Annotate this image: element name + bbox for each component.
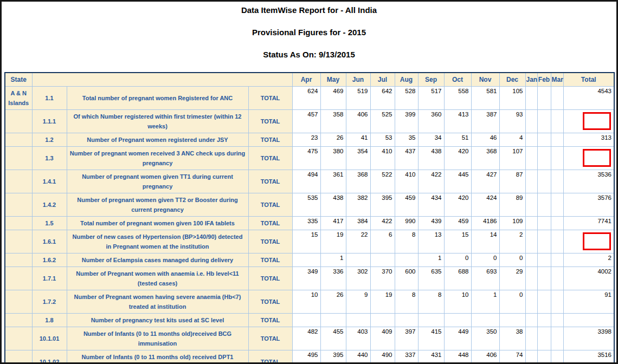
month-value-cell: 410: [395, 170, 418, 193]
month-value-cell: 693: [471, 267, 499, 290]
month-value-cell: 74: [499, 350, 525, 364]
month-value-cell: 10: [292, 290, 320, 314]
month-value-cell: 19: [370, 290, 395, 314]
month-value-cell: 525: [370, 110, 395, 133]
row-total-cell: 3398: [563, 327, 614, 350]
month-value-cell: 349: [292, 267, 320, 290]
month-value-cell: 361: [320, 170, 346, 193]
month-value-cell: 358: [320, 110, 346, 133]
indicator-description-cell: Number of Eclampsia cases managed during…: [67, 253, 248, 267]
month-value-cell: 459: [444, 217, 471, 230]
state-cell: [5, 230, 32, 253]
month-value-cell: [525, 193, 537, 217]
month-value-cell: [551, 217, 563, 230]
month-value-cell: 642: [370, 87, 395, 110]
month-value-cell: 368: [346, 170, 370, 193]
month-value-cell: 519: [346, 87, 370, 110]
month-value-cell: 22: [346, 230, 370, 253]
indicator-code-cell: 1.5: [32, 217, 67, 230]
state-cell: [5, 267, 32, 290]
missing-value-red-box: [583, 232, 611, 250]
month-value-cell: [395, 314, 418, 327]
month-value-cell: 395: [370, 193, 395, 217]
indicator-description-cell: Of which Number registered within first …: [67, 110, 248, 133]
indicator-code-cell: 1.1.1: [32, 110, 67, 133]
month-value-cell: [537, 290, 551, 314]
state-cell: [5, 147, 32, 170]
column-header-jan: Jan: [525, 73, 537, 87]
data-row-1.4.2: 1.4.2Number of pregnant women given TT2 …: [5, 193, 614, 217]
month-value-cell: 422: [418, 170, 444, 193]
month-value-cell: 475: [292, 147, 320, 170]
month-value-cell: [537, 170, 551, 193]
month-value-cell: 336: [320, 267, 346, 290]
report-subtitle: Provisional Figures for - 2015: [2, 28, 616, 37]
data-row-1.1: A & N Islands1.1Total number of pregnant…: [5, 87, 614, 110]
month-value-cell: [525, 147, 537, 170]
report-title: Data ItemWise Report for - All India: [2, 5, 616, 15]
indicator-code-cell: 1.2: [32, 133, 67, 147]
indicator-code-cell: 1.1: [32, 87, 67, 110]
month-value-cell: 0: [471, 253, 499, 267]
month-value-cell: [551, 110, 563, 133]
month-value-cell: [537, 193, 551, 217]
indicator-description-cell: Total number of pregnant women Registere…: [67, 87, 248, 110]
month-value-cell: [471, 314, 499, 327]
month-value-cell: 1: [471, 290, 499, 314]
indicator-description-cell: Number of pregnant women received 3 ANC …: [67, 147, 248, 170]
month-value-cell: [525, 217, 537, 230]
indicator-code-cell: 10.1.01: [32, 327, 67, 350]
total-label-cell: TOTAL: [248, 87, 292, 110]
report-status-date: Status As On: 9/13/2015: [2, 50, 616, 60]
month-value-cell: 688: [444, 267, 471, 290]
state-cell: A & N Islands: [5, 87, 32, 110]
month-value-cell: [537, 147, 551, 170]
month-value-cell: 89: [499, 193, 525, 217]
data-row-1.4.1: 1.4.1Number of pregnant women given TT1 …: [5, 170, 614, 193]
month-value-cell: 38: [499, 327, 525, 350]
month-value-cell: 522: [370, 170, 395, 193]
month-value-cell: [551, 314, 563, 327]
month-value-cell: 448: [444, 350, 471, 364]
month-value-cell: 410: [370, 147, 395, 170]
indicator-code-cell: 10.1.02: [32, 350, 67, 364]
month-value-cell: [418, 314, 444, 327]
indicator-code-cell: 1.8: [32, 314, 67, 327]
total-label-cell: TOTAL: [248, 217, 292, 230]
month-value-cell: 528: [395, 87, 418, 110]
row-total-cell: 2: [563, 253, 614, 267]
indicator-description-cell: Number of Infants (0 to 11 months old) r…: [67, 350, 248, 364]
column-header-dec: Dec: [499, 73, 525, 87]
total-label-cell: TOTAL: [248, 267, 292, 290]
month-value-cell: 29: [499, 267, 525, 290]
month-value-cell: [525, 267, 537, 290]
month-value-cell: 384: [346, 217, 370, 230]
column-header-may: May: [320, 73, 346, 87]
column-header-jul: Jul: [370, 73, 395, 87]
month-value-cell: 424: [471, 193, 499, 217]
month-value-cell: 490: [370, 350, 395, 364]
month-value-cell: [551, 327, 563, 350]
month-value-cell: [551, 87, 563, 110]
month-value-cell: 13: [418, 230, 444, 253]
report-page: Data ItemWise Report for - All India Pro…: [0, 0, 618, 364]
month-value-cell: 635: [418, 267, 444, 290]
total-label-cell: TOTAL: [248, 327, 292, 350]
row-total-cell: 91: [563, 290, 614, 314]
month-value-cell: [525, 110, 537, 133]
data-row-1.6.2: 1.6.2Number of Eclampsia cases managed d…: [5, 253, 614, 267]
state-cell: [5, 290, 32, 314]
month-value-cell: 469: [320, 87, 346, 110]
month-value-cell: 382: [346, 193, 370, 217]
month-value-cell: 2: [499, 230, 525, 253]
month-value-cell: 350: [471, 327, 499, 350]
total-label-cell: TOTAL: [248, 170, 292, 193]
month-value-cell: 19: [320, 230, 346, 253]
column-header-oct: Oct: [444, 73, 471, 87]
state-cell: [5, 110, 32, 133]
month-value-cell: [525, 314, 537, 327]
month-value-cell: 26: [320, 133, 346, 147]
row-total-cell: 3516: [563, 350, 614, 364]
month-value-cell: 1: [418, 253, 444, 267]
month-value-cell: 0: [499, 253, 525, 267]
